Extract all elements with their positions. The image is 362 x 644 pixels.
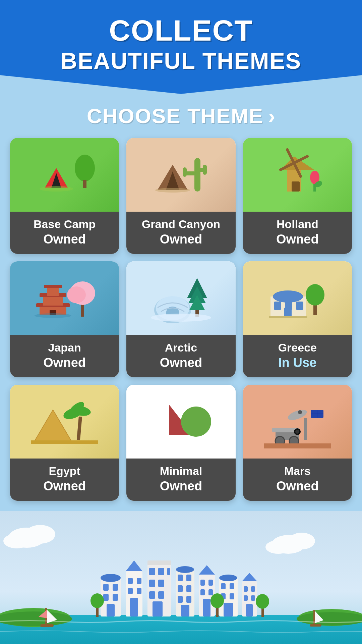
svg-point-62 [298, 410, 302, 414]
svg-rect-15 [292, 181, 300, 192]
svg-rect-49 [269, 316, 307, 318]
theme-card-info-grandcanyon: Grand Canyon Owned [126, 212, 235, 254]
svg-point-44 [273, 290, 303, 303]
choose-theme-bar[interactable]: CHOOSE THEME › [0, 87, 362, 135]
bottom-scene [0, 511, 362, 644]
theme-image-basecamp [10, 138, 119, 212]
theme-card-arctic[interactable]: Arctic Owned [126, 261, 235, 377]
theme-image-greece [243, 261, 352, 335]
svg-rect-87 [103, 584, 109, 591]
svg-point-78 [288, 533, 315, 549]
svg-rect-88 [113, 584, 118, 591]
svg-rect-151 [310, 624, 321, 627]
svg-rect-48 [284, 308, 292, 317]
svg-rect-149 [313, 610, 315, 625]
theme-image-minimal [126, 385, 235, 459]
svg-point-71 [295, 430, 299, 434]
theme-image-holland [243, 138, 352, 212]
theme-status-japan: Owned [13, 356, 116, 370]
svg-point-140 [90, 593, 104, 608]
svg-rect-123 [208, 589, 213, 595]
theme-image-egypt [10, 385, 119, 459]
svg-point-79 [265, 540, 291, 554]
svg-rect-124 [203, 599, 210, 616]
svg-point-142 [210, 593, 224, 608]
theme-name-basecamp: Base Camp [13, 218, 116, 231]
svg-rect-148 [40, 624, 54, 627]
svg-rect-108 [153, 601, 163, 616]
svg-rect-72 [264, 443, 331, 448]
theme-image-grandcanyon [126, 138, 235, 212]
theme-card-info-japan: Japan Owned [10, 335, 119, 377]
svg-rect-106 [149, 591, 155, 599]
svg-point-25 [67, 286, 86, 303]
svg-rect-101 [149, 568, 155, 575]
svg-rect-134 [244, 586, 248, 592]
theme-status-arctic: Owned [130, 356, 232, 370]
theme-card-greece[interactable]: Greece In Use [243, 261, 352, 377]
svg-point-59 [181, 407, 211, 437]
svg-rect-111 [178, 575, 183, 581]
theme-name-minimal: Minimal [130, 465, 232, 478]
svg-rect-50 [76, 417, 82, 440]
theme-name-greece: Greece [246, 341, 349, 354]
theme-card-info-arctic: Arctic Owned [126, 335, 235, 377]
theme-status-egypt: Owned [13, 479, 116, 493]
svg-rect-135 [251, 586, 255, 592]
svg-rect-96 [128, 588, 133, 594]
theme-card-mars[interactable]: Mars Owned [243, 385, 352, 501]
theme-image-japan [10, 261, 119, 335]
theme-card-basecamp[interactable]: Base Camp Owned [10, 138, 119, 254]
svg-point-12 [155, 188, 190, 193]
theme-image-arctic [126, 261, 235, 335]
chevron-right-icon: › [268, 104, 275, 128]
theme-card-egypt[interactable]: Egypt Owned [10, 385, 119, 501]
svg-rect-114 [186, 585, 191, 592]
theme-status-grandcanyon: Owned [130, 232, 232, 247]
svg-rect-7 [203, 165, 207, 175]
svg-rect-128 [230, 583, 234, 589]
svg-rect-47 [296, 302, 303, 310]
header: COLLECT BEAUTIFUL THEMES [0, 0, 362, 94]
svg-rect-31 [44, 285, 62, 288]
svg-point-33 [35, 313, 71, 318]
svg-rect-95 [137, 578, 141, 584]
header-title-sub: BEAUTIFUL THEMES [7, 48, 355, 74]
theme-card-info-basecamp: Base Camp Owned [10, 212, 119, 254]
theme-name-mars: Mars [246, 465, 349, 478]
svg-rect-60 [304, 418, 307, 440]
theme-card-holland[interactable]: Holland Owned [243, 138, 352, 254]
svg-point-110 [176, 566, 194, 573]
theme-card-grandcanyon[interactable]: Grand Canyon Owned [126, 138, 235, 254]
svg-rect-131 [224, 603, 233, 616]
svg-rect-130 [230, 593, 234, 599]
svg-rect-98 [130, 598, 138, 616]
svg-rect-115 [178, 596, 183, 603]
theme-card-info-mars: Mars Owned [243, 459, 352, 501]
theme-card-info-minimal: Minimal Owned [126, 459, 235, 501]
svg-rect-105 [158, 580, 164, 587]
svg-rect-89 [103, 594, 109, 601]
theme-card-info-egypt: Egypt Owned [10, 459, 119, 501]
theme-card-minimal[interactable]: Minimal Owned [126, 385, 235, 501]
theme-status-mars: Owned [246, 479, 349, 493]
choose-theme-label: CHOOSE THEME [87, 104, 263, 127]
theme-card-info-greece: Greece In Use [243, 335, 352, 377]
theme-card-japan[interactable]: Japan Owned [10, 261, 119, 377]
svg-point-4 [40, 186, 73, 192]
svg-rect-117 [181, 605, 189, 616]
theme-status-basecamp: Owned [13, 232, 116, 247]
svg-point-42 [306, 284, 324, 306]
theme-name-egypt: Egypt [13, 465, 116, 478]
svg-rect-9 [183, 167, 187, 177]
svg-rect-94 [128, 578, 133, 584]
svg-point-76 [3, 534, 30, 548]
svg-rect-121 [208, 580, 213, 586]
svg-rect-91 [107, 604, 115, 616]
svg-rect-116 [186, 596, 191, 603]
theme-name-holland: Holland [246, 218, 349, 231]
theme-name-arctic: Arctic [130, 341, 232, 354]
theme-status-minimal: Owned [130, 479, 232, 493]
svg-rect-120 [200, 580, 205, 586]
svg-rect-103 [167, 568, 170, 575]
